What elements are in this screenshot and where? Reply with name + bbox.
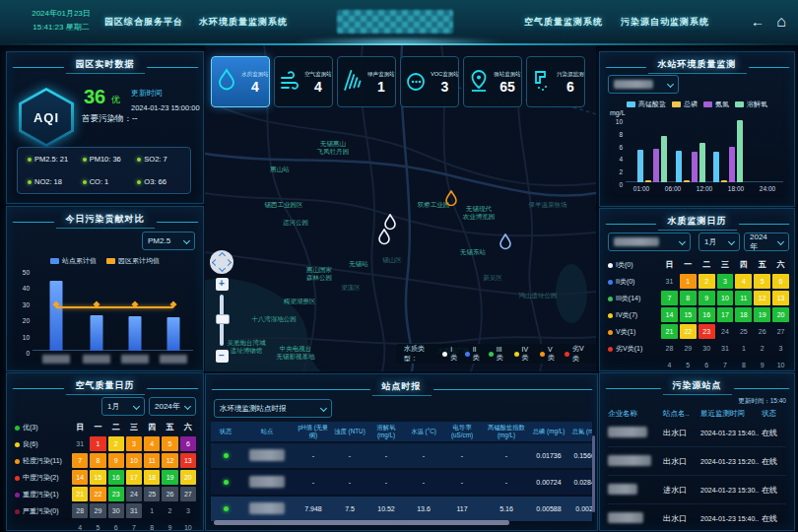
calendar-day[interactable]: 9 bbox=[108, 453, 124, 468]
map-pan-control[interactable] bbox=[210, 250, 233, 274]
calendar-day[interactable]: 14 bbox=[72, 470, 88, 485]
calendar-day[interactable]: 5 bbox=[90, 520, 105, 532]
calendar-day[interactable]: 7 bbox=[126, 520, 142, 532]
calendar-day[interactable]: 23 bbox=[698, 324, 715, 339]
calendar-day[interactable]: 13 bbox=[772, 291, 789, 305]
calendar-day[interactable]: 21 bbox=[661, 324, 678, 339]
zoom-in-button[interactable]: + bbox=[216, 278, 229, 291]
calendar-day[interactable]: 6 bbox=[772, 274, 789, 289]
station-button-voc[interactable]: VOC监测站3 bbox=[400, 56, 459, 107]
calendar-day[interactable]: 21 bbox=[72, 487, 88, 501]
calendar-day[interactable]: 2 bbox=[108, 436, 124, 451]
station-button-noise-wave[interactable]: 噪声监测站1 bbox=[337, 56, 396, 107]
zoom-slider-handle[interactable] bbox=[216, 314, 230, 324]
calendar-day[interactable]: 28 bbox=[72, 503, 88, 518]
calendar-day[interactable]: 9 bbox=[698, 291, 715, 305]
calendar-day[interactable]: 6 bbox=[180, 436, 196, 451]
calendar-day[interactable]: 29 bbox=[90, 503, 105, 518]
table-row[interactable]: ------0.007240.028493-- bbox=[211, 470, 592, 495]
calendar-day[interactable]: 1 bbox=[90, 436, 105, 451]
vertical-scrollbar[interactable] bbox=[592, 435, 595, 512]
calendar-day[interactable]: 18 bbox=[144, 470, 160, 485]
calendar-day[interactable]: 4 bbox=[72, 520, 88, 532]
calendar-day[interactable]: 2 bbox=[754, 341, 770, 356]
calendar-day[interactable]: 31 bbox=[126, 503, 142, 518]
calendar-day[interactable]: 25 bbox=[144, 487, 160, 501]
table-row[interactable]: ------0.017360.156656-- bbox=[211, 443, 592, 468]
station-button-outfall-pipe[interactable]: 污染源监测6 bbox=[526, 56, 585, 107]
water-station-select[interactable] bbox=[608, 75, 679, 94]
table-row[interactable]: 出水口2024-01-23 15:20..在线 bbox=[608, 447, 786, 476]
calendar-day[interactable]: 16 bbox=[108, 470, 124, 485]
calendar-day[interactable]: 2 bbox=[162, 503, 177, 518]
zoom-slider[interactable] bbox=[220, 295, 224, 346]
station-button-water-drop[interactable]: 水质监测站4 bbox=[211, 56, 270, 107]
calendar-day[interactable]: 4 bbox=[144, 436, 160, 451]
calendar-day[interactable]: 20 bbox=[180, 470, 196, 485]
calendar-day[interactable]: 5 bbox=[680, 358, 697, 372]
nav-air-system[interactable]: 空气质量监测系统 bbox=[524, 16, 603, 29]
station-button-wind[interactable]: 空气监测站4 bbox=[274, 56, 333, 107]
calendar-day[interactable]: 8 bbox=[680, 291, 697, 305]
calendar-day[interactable]: 25 bbox=[735, 324, 752, 339]
calendar-day[interactable]: 16 bbox=[698, 307, 715, 322]
calendar-day[interactable]: 8 bbox=[735, 358, 752, 372]
calendar-day[interactable]: 9 bbox=[162, 520, 177, 532]
calendar-day[interactable]: 17 bbox=[717, 307, 734, 322]
pollutant-select[interactable]: PM2.5 bbox=[142, 232, 195, 250]
station-marker-II类[interactable] bbox=[499, 233, 512, 254]
station-marker-I类[interactable] bbox=[378, 229, 391, 249]
calendar-day[interactable]: 4 bbox=[735, 274, 752, 289]
calendar-day[interactable]: 10 bbox=[180, 520, 196, 532]
calendar-day[interactable]: 24 bbox=[717, 324, 734, 339]
station-button-map-pin[interactable]: 微站监测站65 bbox=[463, 56, 522, 107]
calendar-day[interactable]: 15 bbox=[680, 307, 697, 322]
calendar-day[interactable]: 8 bbox=[90, 453, 105, 468]
calendar-day[interactable]: 30 bbox=[698, 341, 715, 356]
calendar-day[interactable]: 19 bbox=[754, 307, 770, 322]
calendar-day[interactable]: 9 bbox=[754, 358, 770, 372]
calendar-day[interactable]: 22 bbox=[680, 324, 697, 339]
calendar-day[interactable]: 17 bbox=[126, 470, 142, 485]
calendar-day[interactable]: 24 bbox=[126, 487, 142, 501]
calendar-day[interactable]: 4 bbox=[661, 358, 678, 372]
calendar-day[interactable]: 1 bbox=[144, 503, 160, 518]
calendar-day[interactable]: 7 bbox=[717, 358, 734, 372]
calendar-day[interactable]: 22 bbox=[90, 487, 105, 501]
calendar-day[interactable]: 11 bbox=[144, 453, 160, 468]
calendar-day[interactable]: 31 bbox=[717, 341, 734, 356]
calendar-day[interactable]: 20 bbox=[772, 307, 789, 322]
calendar-day[interactable]: 7 bbox=[72, 453, 88, 468]
water-cal-station-select[interactable] bbox=[608, 233, 691, 251]
calendar-day[interactable]: 31 bbox=[72, 436, 88, 451]
calendar-day[interactable]: 5 bbox=[162, 436, 177, 451]
calendar-day[interactable]: 1 bbox=[735, 341, 752, 356]
calendar-day[interactable]: 12 bbox=[162, 453, 177, 468]
horizontal-scrollbar[interactable] bbox=[214, 520, 509, 525]
home-icon[interactable]: ⌂ bbox=[776, 12, 786, 32]
calendar-day[interactable]: 15 bbox=[90, 470, 105, 485]
station-marker-V类[interactable] bbox=[445, 190, 458, 211]
nav-park-platform[interactable]: 园区综合服务平台 bbox=[104, 16, 183, 29]
calendar-day[interactable]: 28 bbox=[661, 341, 678, 356]
calendar-day[interactable]: 18 bbox=[735, 307, 752, 322]
table-row[interactable]: 出水口2024-01-23 15:40..在线 bbox=[608, 504, 786, 532]
calendar-day[interactable]: 19 bbox=[162, 470, 177, 485]
calendar-day[interactable]: 27 bbox=[772, 324, 789, 339]
calendar-day[interactable]: 1 bbox=[680, 274, 697, 289]
calendar-day[interactable]: 14 bbox=[661, 307, 678, 322]
calendar-day[interactable]: 27 bbox=[180, 487, 196, 501]
calendar-day[interactable]: 12 bbox=[754, 291, 770, 305]
table-row[interactable]: 进水口2024-01-23 15:30..在线 bbox=[608, 476, 786, 504]
calendar-day[interactable]: 5 bbox=[754, 274, 770, 289]
calendar-day[interactable]: 26 bbox=[754, 324, 770, 339]
calendar-day[interactable]: 30 bbox=[108, 503, 124, 518]
calendar-day[interactable]: 31 bbox=[661, 274, 678, 289]
calendar-day[interactable]: 29 bbox=[680, 341, 697, 356]
calendar-day[interactable]: 7 bbox=[661, 291, 678, 305]
calendar-day[interactable]: 23 bbox=[108, 487, 124, 501]
calendar-day[interactable]: 2 bbox=[698, 274, 715, 289]
calendar-day[interactable]: 6 bbox=[698, 358, 715, 372]
calendar-day[interactable]: 3 bbox=[772, 341, 789, 356]
calendar-day[interactable]: 10 bbox=[717, 291, 734, 305]
